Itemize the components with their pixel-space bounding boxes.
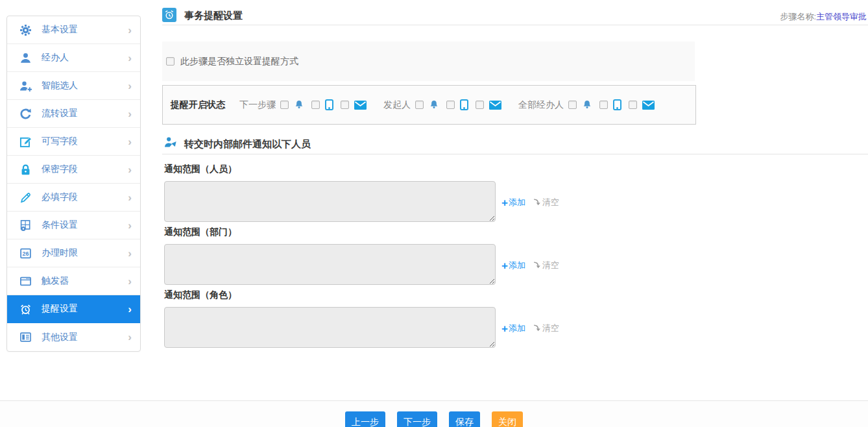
notify-field-label: 通知范围（人员）: [164, 164, 559, 175]
notify-field-department: 通知范围（部门）+添加清空: [164, 226, 559, 285]
next-step-phone-channel: [311, 99, 333, 110]
sidebar-item-trigger[interactable]: 触发器›: [7, 267, 140, 295]
edit-square-icon: [18, 136, 33, 148]
sidebar-item-label: 可写字段: [42, 136, 78, 147]
sidebar-item-condition-settings[interactable]: 条件设置›: [7, 212, 140, 239]
user-forward-icon: [163, 136, 178, 149]
sidebar-item-label: 基本设置: [42, 24, 78, 36]
sidebar-item-label: 智能选人: [42, 80, 78, 92]
reminder-status-groups: 下一步骤发起人全部经办人: [239, 99, 655, 111]
all-handlers-bell-checkbox[interactable]: [568, 101, 577, 109]
svg-text:26: 26: [22, 250, 29, 257]
all-handlers-phone-checkbox[interactable]: [599, 101, 608, 109]
reminder-group-initiator: 发起人: [383, 99, 501, 111]
all-handlers-mail-channel: [629, 101, 655, 110]
clear-link-label: 清空: [542, 323, 559, 334]
calendar-26-icon: 26: [18, 247, 33, 260]
chevron-right-icon: ›: [128, 108, 132, 119]
chevron-right-icon: ›: [128, 136, 132, 147]
reminder-status-label: 提醒开启状态: [171, 99, 225, 111]
clear-link-label: 清空: [542, 197, 559, 208]
next-step-button[interactable]: 下一步: [397, 411, 437, 427]
clear-person-link[interactable]: 清空: [533, 197, 559, 208]
sidebar-item-reminder-settings[interactable]: 提醒设置›: [7, 295, 140, 323]
all-handlers-mail-checkbox[interactable]: [629, 101, 637, 109]
all-handlers-phone-channel: [599, 99, 621, 110]
clear-arrow-icon: [533, 324, 542, 334]
notify-field-label: 通知范围（角色）: [164, 289, 559, 301]
next-step-phone-checkbox[interactable]: [311, 101, 320, 109]
step-name-value: 主管领导审批: [816, 12, 867, 21]
alarm-clock-icon: [18, 303, 33, 315]
close-button[interactable]: 关闭: [492, 411, 523, 427]
save-button[interactable]: 保存: [449, 411, 480, 427]
chevron-right-icon: ›: [128, 248, 132, 259]
add-link-label: 添加: [509, 323, 525, 334]
sidebar-item-label: 其他设置: [42, 332, 78, 343]
add-person-link[interactable]: +添加: [501, 197, 525, 208]
notify-person-textarea[interactable]: [164, 181, 496, 222]
sidebar-item-label: 办理时限: [42, 247, 78, 259]
chevron-right-icon: ›: [128, 25, 132, 36]
sidebar-item-secret-fields[interactable]: 保密字段›: [7, 156, 140, 184]
phone-icon: [613, 99, 621, 110]
next-step-bell-checkbox[interactable]: [280, 101, 289, 109]
prev-step-button[interactable]: 上一步: [345, 411, 385, 427]
gear-icon: [18, 24, 33, 36]
chevron-right-icon: ›: [128, 164, 132, 175]
sidebar-item-label: 流转设置: [42, 108, 78, 119]
notify-department-textarea[interactable]: [164, 244, 496, 285]
sidebar-item-time-limit[interactable]: 26办理时限›: [7, 239, 140, 267]
sidebar-item-label: 保密字段: [42, 164, 78, 175]
user-icon: [18, 52, 33, 64]
notify-field-person: 通知范围（人员）+添加清空: [164, 164, 559, 222]
sidebar-item-other-settings[interactable]: 其他设置›: [7, 323, 140, 351]
reminder-status-box: 提醒开启状态 下一步骤发起人全部经办人: [162, 85, 696, 125]
sidebar-item-writable-fields[interactable]: 可写字段›: [7, 128, 140, 156]
page-title: 事务提醒设置: [184, 10, 243, 22]
sidebar-item-label: 必填字段: [42, 191, 78, 203]
next-step-bell-channel: [280, 99, 304, 110]
reminder-group-next-step: 下一步骤: [239, 99, 367, 111]
all-handlers-bell-channel: [568, 99, 592, 110]
sidebar-item-label: 触发器: [42, 275, 69, 287]
main-panel: 事务提醒设置 步骤名称:主管领导审批 此步骤是否独立设置提醒方式 提醒开启状态 …: [162, 0, 868, 427]
sidebar-item-label: 提醒设置: [42, 303, 78, 315]
notify-role-textarea[interactable]: [164, 307, 496, 348]
reminder-group-all-handlers: 全部经办人: [518, 99, 655, 111]
next-step-mail-channel: [341, 101, 367, 110]
add-link-label: 添加: [509, 197, 525, 208]
initiator-mail-checkbox[interactable]: [476, 101, 484, 109]
clear-arrow-icon: [533, 261, 542, 271]
next-step-mail-checkbox[interactable]: [341, 101, 349, 109]
chevron-right-icon: ›: [128, 80, 132, 92]
clear-role-link[interactable]: 清空: [533, 323, 559, 334]
condition-grid-icon: [18, 219, 33, 232]
chevron-right-icon: ›: [128, 53, 132, 64]
user-plus-icon: [18, 80, 33, 92]
bell-icon: [294, 99, 304, 110]
initiator-bell-channel: [415, 99, 439, 110]
add-department-link[interactable]: +添加: [501, 260, 525, 271]
mail-icon: [354, 101, 367, 110]
plus-icon: +: [501, 262, 508, 270]
page-header: 事务提醒设置 步骤名称:主管领导审批: [162, 0, 868, 25]
clear-department-link[interactable]: 清空: [533, 260, 559, 271]
initiator-bell-checkbox[interactable]: [415, 101, 424, 109]
add-role-link[interactable]: +添加: [501, 323, 525, 334]
chevron-right-icon: ›: [128, 304, 132, 315]
sidebar-item-smart-select[interactable]: 智能选人›: [7, 72, 140, 100]
independent-reminder-checkbox[interactable]: [166, 57, 175, 66]
initiator-phone-checkbox[interactable]: [446, 101, 455, 109]
reminder-group-label: 下一步骤: [239, 99, 276, 111]
sidebar-item-handler[interactable]: 经办人›: [7, 44, 140, 72]
sidebar-item-required-fields[interactable]: 必填字段›: [7, 184, 140, 212]
sidebar-item-basic-settings[interactable]: 基本设置›: [7, 16, 140, 44]
window-icon: [18, 275, 33, 287]
sidebar-item-flow-settings[interactable]: 流转设置›: [7, 100, 140, 128]
independent-reminder-label: 此步骤是否独立设置提醒方式: [180, 56, 298, 67]
step-name-label: 步骤名称:: [780, 12, 816, 21]
footer-bar: 上一步下一步保存关闭: [0, 400, 868, 427]
initiator-phone-channel: [446, 99, 468, 110]
clear-arrow-icon: [533, 198, 542, 208]
